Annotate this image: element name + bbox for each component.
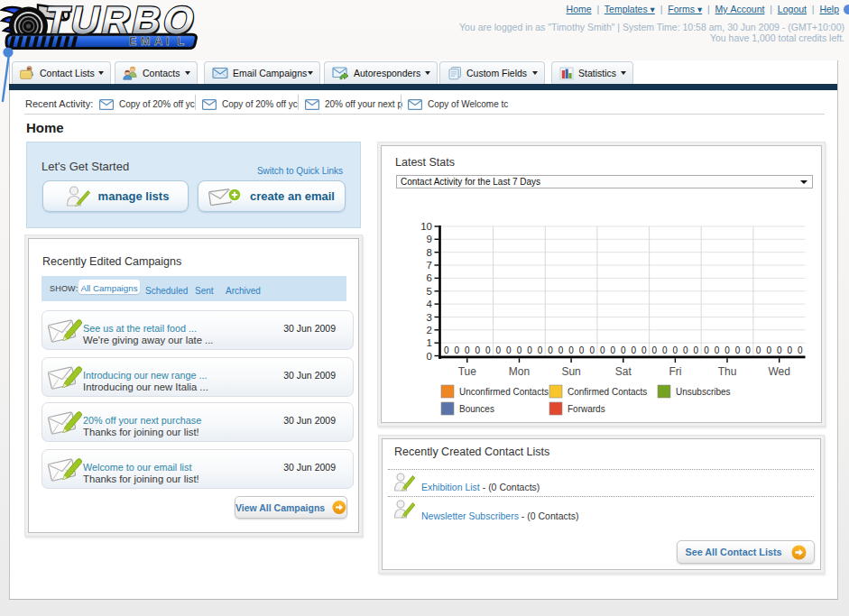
svg-text:0: 0 xyxy=(558,345,564,355)
svg-text:3: 3 xyxy=(427,312,432,323)
svg-text:Sun: Sun xyxy=(561,365,580,378)
svg-text:0: 0 xyxy=(724,345,730,355)
svg-text:0: 0 xyxy=(465,345,470,355)
svg-text:0: 0 xyxy=(673,345,678,355)
svg-text:Sat: Sat xyxy=(615,365,632,378)
svg-text:0: 0 xyxy=(662,345,668,355)
svg-text:2: 2 xyxy=(427,325,432,336)
svg-text:0: 0 xyxy=(589,345,595,355)
svg-text:0: 0 xyxy=(548,345,553,355)
svg-text:5: 5 xyxy=(427,286,432,297)
svg-text:0: 0 xyxy=(735,345,741,355)
svg-text:0: 0 xyxy=(506,345,512,355)
svg-text:Unconfirmed Contacts: Unconfirmed Contacts xyxy=(459,387,549,397)
svg-text:Mon: Mon xyxy=(509,365,530,378)
svg-text:4: 4 xyxy=(427,299,433,309)
svg-text:0: 0 xyxy=(704,345,709,355)
svg-text:0: 0 xyxy=(485,345,491,355)
svg-text:10: 10 xyxy=(420,221,432,232)
svg-text:0: 0 xyxy=(496,345,502,355)
svg-text:0: 0 xyxy=(694,345,699,355)
svg-text:0: 0 xyxy=(621,345,626,355)
svg-text:0: 0 xyxy=(798,345,803,355)
svg-text:1: 1 xyxy=(427,337,432,348)
svg-text:Thu: Thu xyxy=(718,365,737,378)
svg-text:0: 0 xyxy=(766,345,771,355)
svg-text:6: 6 xyxy=(427,272,432,283)
svg-text:0: 0 xyxy=(787,345,792,355)
svg-text:Bounces: Bounces xyxy=(459,404,494,414)
svg-text:0: 0 xyxy=(745,345,751,355)
svg-text:Fri: Fri xyxy=(669,365,681,378)
svg-text:0: 0 xyxy=(538,345,543,355)
svg-text:0: 0 xyxy=(652,345,658,355)
svg-text:0: 0 xyxy=(568,345,574,355)
svg-text:Confirmed Contacts: Confirmed Contacts xyxy=(568,387,647,397)
svg-text:Forwards: Forwards xyxy=(568,404,605,414)
svg-text:8: 8 xyxy=(427,247,432,258)
svg-text:Wed: Wed xyxy=(768,365,789,378)
svg-text:0: 0 xyxy=(641,345,647,355)
svg-text:0: 0 xyxy=(579,345,585,355)
svg-text:0: 0 xyxy=(517,345,522,355)
svg-text:0: 0 xyxy=(444,345,449,355)
svg-text:0: 0 xyxy=(475,345,481,355)
svg-text:0: 0 xyxy=(632,345,637,355)
svg-text:0: 0 xyxy=(610,345,615,355)
svg-text:Unsubscribes: Unsubscribes xyxy=(676,387,731,397)
svg-text:TURBO: TURBO xyxy=(41,2,201,41)
svg-text:0: 0 xyxy=(683,345,688,355)
svg-text:0: 0 xyxy=(527,345,532,355)
svg-text:Tue: Tue xyxy=(458,365,477,378)
svg-text:0: 0 xyxy=(600,345,605,355)
svg-text:0: 0 xyxy=(756,345,761,355)
svg-text:0: 0 xyxy=(777,345,782,355)
svg-text:0: 0 xyxy=(427,351,432,362)
svg-text:0: 0 xyxy=(455,345,460,355)
svg-text:9: 9 xyxy=(427,234,432,244)
svg-text:7: 7 xyxy=(427,260,432,271)
svg-text:0: 0 xyxy=(715,345,720,355)
